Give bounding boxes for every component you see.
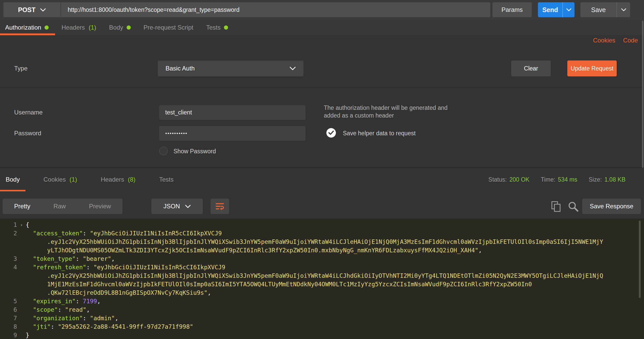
code-line: 3 "token_type": "bearer", [0, 255, 644, 263]
code-line: 6 "scope": "read", [0, 306, 644, 314]
tab-authorization[interactable]: Authorization [0, 20, 55, 35]
send-button[interactable]: Send [538, 2, 575, 17]
send-options-button[interactable] [562, 2, 575, 17]
meta-label: Size: [589, 176, 602, 183]
url-input[interactable]: http://host1:8000/oauth/token?scope=read… [61, 6, 490, 13]
code-line: 1MjE1MzEsImF1dGhvcml0aWVzIjpbIkFETUlOIl0… [0, 280, 644, 289]
response-meta: Status:200 OKTime:534 msSize:1.08 KB [488, 168, 625, 191]
tab-label: Headers [101, 176, 124, 183]
code-text: "organization": "admin", [26, 314, 118, 323]
line-number: 4 [0, 263, 17, 272]
username-input[interactable]: test_client [159, 105, 306, 120]
wrap-text-button[interactable] [211, 199, 229, 214]
tab-label: Pre-request Script [144, 24, 193, 31]
code-text: "jti": "295a5262-2a88-4541-99ff-97d27a71… [26, 323, 193, 331]
code-line: 2 "access_token": "eyJhbGciOiJIUzI1NiIsI… [0, 229, 644, 238]
chevron-down-icon [566, 8, 571, 11]
update-request-button[interactable]: Update Request [567, 60, 617, 76]
code-text: "token_type": "bearer", [26, 255, 115, 263]
show-password-radio[interactable] [159, 147, 168, 155]
tab-headers[interactable]: Headers (1) [55, 20, 103, 35]
line-number: 9 [0, 331, 17, 339]
save-button[interactable]: Save [580, 2, 630, 17]
tab-tests[interactable]: Tests [200, 20, 234, 35]
password-label: Password [14, 130, 41, 137]
meta-value: 1.08 KB [604, 176, 625, 183]
tab-label: Cookies [43, 176, 66, 183]
copy-response-button[interactable] [550, 201, 562, 212]
method-dropdown[interactable]: POST [3, 2, 61, 17]
tab-headers[interactable]: Headers (8) [95, 168, 141, 191]
postman-window: POST http://host1:8000/oauth/token?scope… [0, 0, 644, 339]
search-response-button[interactable] [567, 201, 579, 212]
code-text: "refresh_token": "eyJhbGciOiJIUzI1NiIsIn… [26, 263, 225, 272]
cookies-link[interactable]: Cookies [593, 37, 615, 44]
chevron-down-icon [40, 8, 46, 12]
mode-pretty[interactable]: Pretty [3, 199, 42, 214]
code-text: { [26, 221, 29, 229]
show-password-label: Show Password [173, 148, 216, 155]
code-line: 1▾{ [0, 221, 644, 229]
response-body-viewer[interactable]: 1▾{2 "access_token": "eyJhbGciOiJIUzI1Ni… [0, 219, 644, 339]
tab-label: Body [6, 176, 20, 183]
code-line: .eyJ1c2VyX25hbWUiOiJhZG1pbiIsInNjb3BlIjp… [0, 238, 644, 246]
line-number [0, 238, 17, 246]
line-number [0, 280, 17, 289]
tab-tests[interactable]: Tests [153, 168, 179, 191]
view-mode-group: PrettyRawPreview [3, 199, 123, 214]
meta-value: 200 OK [509, 176, 529, 183]
password-input[interactable]: •••••••••• [159, 126, 306, 141]
save-helper-label: Save helper data to request [343, 130, 416, 137]
code-lines: 1▾{2 "access_token": "eyJhbGciOiJIUzI1Ni… [0, 221, 644, 339]
save-options-button[interactable] [616, 2, 630, 17]
meta-value: 534 ms [558, 176, 577, 183]
save-helper-checkbox[interactable] [326, 128, 336, 138]
auth-type-label: Type [14, 65, 28, 72]
code-text: 1MjE1MzEsImF1dGhvcml0aWVzIjpbIkFETUlOIl0… [26, 280, 532, 289]
green-dot-icon [127, 25, 131, 30]
tab-pre-request-script[interactable]: Pre-request Script [137, 20, 200, 35]
code-link[interactable]: Code [623, 37, 638, 44]
mode-preview[interactable]: Preview [77, 199, 123, 214]
tab-label: Tests [206, 24, 221, 31]
line-number [0, 246, 17, 255]
code-text: .eyJ1c2VyX25hbWUiOiJhZG1pbiIsInNjb3BlIjp… [26, 238, 603, 246]
request-scrollbar[interactable] [642, 21, 643, 168]
code-text: .eyJ1c2VyX25hbWUiOiJhZG1pbiIsInNjb3BlIjp… [26, 272, 603, 280]
chevron-down-icon [621, 8, 626, 11]
tab-cookies[interactable]: Cookies (1) [38, 168, 83, 191]
meta-label: Status: [488, 176, 507, 183]
mode-raw[interactable]: Raw [42, 199, 77, 214]
line-number: 3 [0, 255, 17, 263]
fold-caret-icon[interactable]: ▾ [20, 221, 23, 229]
auth-type-select[interactable]: Basic Auth [158, 60, 303, 76]
line-number [0, 289, 17, 297]
line-number: 2 [0, 229, 17, 238]
wrap-text-icon [215, 202, 224, 210]
line-number: 1▾ [0, 221, 17, 229]
response-tabs: BodyCookies (1)Headers (8)Tests [0, 168, 386, 191]
tab-body[interactable]: Body [0, 168, 25, 191]
request-tabs: AuthorizationHeaders (1)BodyPre-request … [0, 20, 644, 35]
save-response-button[interactable]: Save Response [582, 199, 641, 214]
check-icon [328, 131, 334, 135]
line-number: 8 [0, 323, 17, 331]
green-dot-icon [45, 25, 49, 30]
send-label[interactable]: Send [538, 2, 562, 17]
request-links: Cookies Code [593, 37, 638, 44]
code-text: yLTJhODgtNDU0MS05OWZmLTk3ZDI3YTcxZjk5OCI… [26, 246, 482, 255]
language-value: JSON [163, 203, 180, 210]
language-select[interactable]: JSON [151, 199, 203, 214]
response-scrollbar[interactable] [639, 221, 641, 298]
request-url-bar: POST http://host1:8000/oauth/token?scope… [0, 0, 644, 20]
save-label[interactable]: Save [580, 2, 616, 17]
green-dot-icon [224, 25, 228, 30]
params-button[interactable]: Params [492, 2, 532, 17]
meta-status: Status:200 OK [488, 176, 529, 183]
tab-label: Authorization [5, 24, 41, 31]
clear-button[interactable]: Clear [511, 60, 551, 76]
url-container: POST http://host1:8000/oauth/token?scope… [3, 2, 490, 17]
tab-label: Tests [159, 176, 173, 183]
meta-time: Time:534 ms [541, 176, 577, 183]
tab-body[interactable]: Body [103, 20, 137, 35]
